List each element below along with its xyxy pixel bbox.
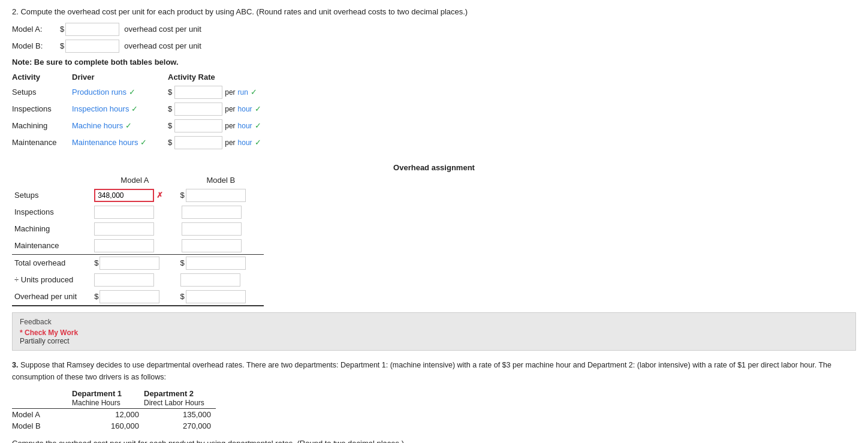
oh-input-wrap-a bbox=[94, 222, 175, 236]
activity-driver[interactable]: Maintenance hours ✓ bbox=[72, 134, 168, 151]
question2-text: 2. Compute the overhead cost per unit fo… bbox=[12, 6, 856, 18]
model-a-overhead-input[interactable] bbox=[65, 23, 119, 36]
per-unit-check-icon: ✓ bbox=[255, 138, 261, 147]
driver-link[interactable]: Maintenance hours bbox=[72, 138, 138, 147]
dollar-sign-b: $ bbox=[60, 41, 64, 50]
dept-row-label: Model B bbox=[12, 420, 72, 432]
units-a-wrap bbox=[94, 273, 175, 287]
activity-rate: $per hour ✓ bbox=[168, 134, 312, 151]
dept2-label: Department 2 bbox=[144, 389, 194, 398]
overhead-per-unit-row: Overhead per unit$$ bbox=[12, 288, 264, 306]
rate-input[interactable] bbox=[174, 86, 222, 99]
oh-dollar-b: $ bbox=[180, 191, 185, 200]
overhead-row-label: Setups bbox=[12, 187, 92, 204]
model-b-row: Model B: $ overhead cost per unit bbox=[12, 40, 856, 53]
overhead-model-a-cell bbox=[92, 237, 177, 255]
section3-num: 3. bbox=[12, 361, 18, 369]
model-a-label: Model A: bbox=[12, 25, 60, 34]
dept-table-row: Model B160,000270,000 bbox=[12, 420, 216, 432]
per-unit-check-icon: ✓ bbox=[251, 88, 257, 97]
driver-link[interactable]: Machine hours bbox=[72, 121, 123, 130]
oh-input-wrap-a: ✗ bbox=[94, 189, 175, 202]
activity-driver[interactable]: Inspection hours ✓ bbox=[72, 101, 168, 117]
rate-input[interactable] bbox=[174, 103, 222, 116]
activity-name: Setups bbox=[12, 84, 72, 101]
total-overhead-a-input[interactable] bbox=[100, 257, 159, 270]
oh-input-wrap-b bbox=[180, 222, 261, 236]
rate-input-row: $per run ✓ bbox=[168, 86, 312, 99]
driver-check-icon: ✓ bbox=[126, 88, 135, 97]
per-unit-check-icon: ✓ bbox=[255, 121, 261, 130]
units-produced-b-input[interactable] bbox=[180, 273, 240, 287]
per-text: per bbox=[225, 138, 235, 147]
driver-check-icon: ✓ bbox=[129, 104, 138, 113]
dept-table: Department 1 Machine Hours Department 2 … bbox=[12, 389, 216, 432]
overhead-row: Setups✗$ bbox=[12, 187, 264, 204]
oh-model-b-header: Model B bbox=[178, 176, 264, 187]
total-overhead-a-cell: $ bbox=[92, 254, 177, 272]
activity-row: MachiningMachine hours ✓$per hour ✓ bbox=[12, 117, 312, 134]
activity-rate: $per hour ✓ bbox=[168, 101, 312, 117]
model-a-row: Model A: $ overhead cost per unit bbox=[12, 23, 856, 36]
overhead-row-label: Maintenance bbox=[12, 237, 92, 255]
model-b-label: Model B: bbox=[12, 41, 60, 50]
per-unit-link[interactable]: run bbox=[238, 88, 248, 97]
oh-model-a-input[interactable] bbox=[94, 189, 154, 202]
oh-model-b-input[interactable] bbox=[182, 206, 242, 219]
driver-link[interactable]: Inspection hours bbox=[72, 104, 129, 113]
rate-dollar-sign: $ bbox=[168, 104, 172, 113]
activity-driver[interactable]: Machine hours ✓ bbox=[72, 117, 168, 134]
activity-table: Activity Driver Activity Rate SetupsProd… bbox=[12, 73, 312, 151]
dept2-sublabel: Direct Labor Hours bbox=[144, 399, 204, 407]
overhead-assignment: Overhead assignment Model A Model B Setu… bbox=[12, 163, 856, 306]
activity-driver[interactable]: Production runs ✓ bbox=[72, 84, 168, 101]
rate-input[interactable] bbox=[174, 136, 222, 149]
section3: 3. Suppose that Ramsey decides to use de… bbox=[12, 359, 856, 444]
pu-a-wrap: $ bbox=[94, 290, 175, 303]
rate-dollar-sign: $ bbox=[168, 138, 172, 147]
overhead-label-a: overhead cost per unit bbox=[124, 25, 201, 34]
activity-header: Activity bbox=[12, 73, 72, 84]
oh-model-a-input[interactable] bbox=[94, 222, 154, 236]
total-dollar-b: $ bbox=[180, 258, 185, 267]
units-produced-row: ÷ Units produced bbox=[12, 272, 264, 288]
overhead-row: Machining bbox=[12, 221, 264, 237]
overhead-model-b-cell: $ bbox=[178, 187, 264, 204]
oh-model-b-input[interactable] bbox=[186, 189, 246, 202]
per-unit-check-icon: ✓ bbox=[255, 104, 261, 113]
model-b-overhead-input[interactable] bbox=[65, 40, 119, 53]
feedback-box-1: Feedback * Check My Work Partially corre… bbox=[12, 312, 856, 351]
oh-model-b-input[interactable] bbox=[182, 239, 242, 252]
oh-input-wrap-a bbox=[94, 206, 175, 219]
pu-dollar-a: $ bbox=[94, 292, 98, 301]
oh-input-wrap-b bbox=[180, 239, 261, 252]
units-b-wrap bbox=[180, 273, 261, 287]
overhead-title: Overhead assignment bbox=[12, 163, 856, 172]
oh-model-b-input[interactable] bbox=[182, 222, 242, 236]
units-produced-a-input[interactable] bbox=[94, 273, 154, 287]
per-unit-link[interactable]: hour bbox=[238, 122, 252, 130]
per-unit-link[interactable]: hour bbox=[238, 105, 252, 113]
rate-input[interactable] bbox=[174, 119, 222, 132]
overhead-per-unit-a-input[interactable] bbox=[100, 290, 159, 303]
driver-check-icon: ✓ bbox=[123, 121, 132, 130]
overhead-per-unit-b-input[interactable] bbox=[186, 290, 246, 303]
driver-link[interactable]: Production runs bbox=[72, 88, 126, 97]
per-unit-link[interactable]: hour bbox=[238, 138, 252, 147]
overhead-per-unit-b-cell: $ bbox=[178, 288, 264, 306]
total-overhead-b-input[interactable] bbox=[186, 257, 246, 270]
rate-input-row: $per hour ✓ bbox=[168, 119, 312, 132]
oh-model-a-input[interactable] bbox=[94, 239, 154, 252]
oh-input-wrap-b: $ bbox=[180, 189, 261, 202]
oh-label-header bbox=[12, 176, 92, 187]
overhead-model-b-cell bbox=[178, 237, 264, 255]
driver-header: Driver bbox=[72, 73, 168, 84]
dept1-value: 12,000 bbox=[72, 408, 144, 420]
oh-model-a-input[interactable] bbox=[94, 206, 154, 219]
overhead-table: Model A Model B Setups✗$InspectionsMachi… bbox=[12, 176, 264, 306]
section2: 2. Compute the overhead cost per unit fo… bbox=[12, 6, 856, 306]
check-my-work-1[interactable]: * Check My Work bbox=[20, 329, 848, 337]
oh-input-wrap-a bbox=[94, 239, 175, 252]
dept1-value: 160,000 bbox=[72, 420, 144, 432]
note-text: Note: Be sure to complete both tables be… bbox=[12, 58, 856, 67]
